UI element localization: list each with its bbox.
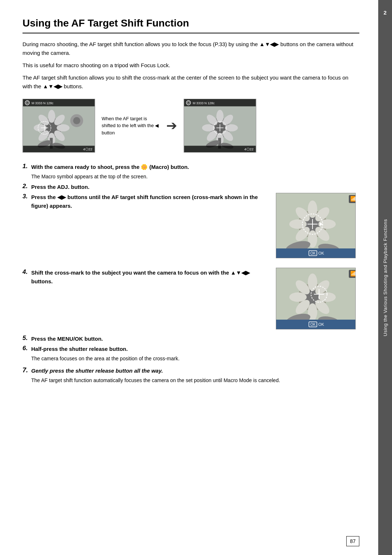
step-1-body: With the camera ready to shoot, press th… xyxy=(31,163,359,181)
step-6: 6. Half-press the shutter release button… xyxy=(23,345,359,362)
steps-side-images: 📶 OK OK xyxy=(276,193,359,329)
svg-text:📶: 📶 xyxy=(350,196,356,202)
step-7-number: 7. xyxy=(23,366,30,374)
step-6-sub: The camera focuses on the area at the po… xyxy=(31,355,359,362)
step-4-body: Shift the cross-mark to the subject you … xyxy=(31,268,269,286)
main-content: Using the AF Target Shift Function Durin… xyxy=(0,0,378,555)
step-4-number: 4. xyxy=(23,268,30,276)
step-1-number: 1. xyxy=(23,163,30,170)
svg-text:4⬡22: 4⬡22 xyxy=(83,147,92,151)
svg-text:OK: OK xyxy=(310,251,316,255)
step-4: 4. Shift the cross-mark to the subject y… xyxy=(23,268,269,286)
intro-para-2: This is useful for macro shooting on a t… xyxy=(23,61,359,70)
svg-text:M 3333 N 128c: M 3333 N 128c xyxy=(193,101,215,105)
page-container: Using the AF Target Shift Function Durin… xyxy=(0,0,392,555)
title-rule xyxy=(23,33,359,33)
step-2-number: 2. xyxy=(23,183,30,190)
svg-point-52 xyxy=(308,200,317,218)
step-1: 1. With the camera ready to shoot, press… xyxy=(23,163,359,181)
svg-point-31 xyxy=(202,124,215,131)
arrow-right-icon: ➔ xyxy=(166,118,177,133)
step-5-body: Press the MENU/OK button. xyxy=(31,335,359,343)
svg-text:OK: OK xyxy=(318,251,324,255)
camera-image-left: M 3333 N 128c 4⬡22 xyxy=(23,99,95,153)
svg-rect-68 xyxy=(276,248,356,258)
camera-image-right: M 3333 N 128c 4⬡22 xyxy=(184,99,256,153)
step-7-sub: The AF target shift function automatical… xyxy=(31,376,359,384)
step-6-text: Half-press the shutter release button. xyxy=(31,345,359,353)
step-6-body: Half-press the shutter release button. T… xyxy=(31,345,359,362)
step-1-sub: The Macro symbol appears at the top of t… xyxy=(31,173,359,181)
svg-text:OK: OK xyxy=(310,323,316,327)
steps-3-4-group: 3. Press the ◀▶ buttons until the AF tar… xyxy=(23,193,359,329)
sidebar-label: Using the Various Shooting and Playback … xyxy=(383,219,388,336)
step-6-number: 6. xyxy=(23,345,30,352)
svg-text:OK: OK xyxy=(318,322,324,327)
sidebar-tab: 2 Using the Various Shooting and Playbac… xyxy=(378,0,392,555)
step-3-text: Press the ◀▶ buttons until the AF target… xyxy=(31,193,269,210)
svg-point-16 xyxy=(73,117,80,124)
intro-para-1: During macro shooting, the AF target shi… xyxy=(23,40,359,57)
step-7-text: Gently press the shutter release button … xyxy=(31,366,359,375)
step-1-text: With the camera ready to shoot, press th… xyxy=(31,163,359,171)
step-3-body: Press the ◀▶ buttons until the AF target… xyxy=(31,193,269,210)
svg-point-29 xyxy=(216,110,224,123)
step-2: 2. Press the ADJ. button. xyxy=(23,183,359,191)
step-7-body: Gently press the shutter release button … xyxy=(31,366,359,384)
step-5-text: Press the MENU/OK button. xyxy=(31,335,359,343)
svg-point-7 xyxy=(57,124,70,131)
svg-point-4 xyxy=(48,110,55,123)
step-3-number: 3. xyxy=(23,193,30,200)
step-3-screen: 📶 OK OK xyxy=(276,193,356,258)
step-7: 7. Gently press the shutter release butt… xyxy=(23,366,359,384)
svg-text:📶: 📶 xyxy=(350,271,356,277)
page-title: Using the AF Target Shift Function xyxy=(23,17,359,29)
svg-text:4⬡22: 4⬡22 xyxy=(244,147,253,151)
steps-3-4-text: 3. Press the ◀▶ buttons until the AF tar… xyxy=(23,193,269,329)
svg-rect-90 xyxy=(276,320,356,329)
step-5-number: 5. xyxy=(23,335,30,342)
camera-demo-row: M 3333 N 128c 4⬡22 When the AF target is… xyxy=(23,99,359,153)
step-2-body: Press the ADJ. button. xyxy=(31,183,359,191)
svg-point-75 xyxy=(308,274,317,291)
step-2-text: Press the ADJ. button. xyxy=(31,183,359,191)
sidebar-chapter-number: 2 xyxy=(378,7,392,19)
intro-para-3: The AF target shift function allows you … xyxy=(23,73,359,91)
step-4-text: Shift the cross-mark to the subject you … xyxy=(31,268,269,286)
step-4-screen: 📶 OK OK xyxy=(276,268,356,329)
step-3: 3. Press the ◀▶ buttons until the AF tar… xyxy=(23,193,269,210)
svg-text:M 3333 N 128c: M 3333 N 128c xyxy=(32,101,54,105)
demo-caption: When the AF target is shifted to the lef… xyxy=(102,115,160,137)
svg-point-32 xyxy=(225,124,238,131)
step-5: 5. Press the MENU/OK button. xyxy=(23,335,359,343)
page-number: 87 xyxy=(346,536,359,546)
